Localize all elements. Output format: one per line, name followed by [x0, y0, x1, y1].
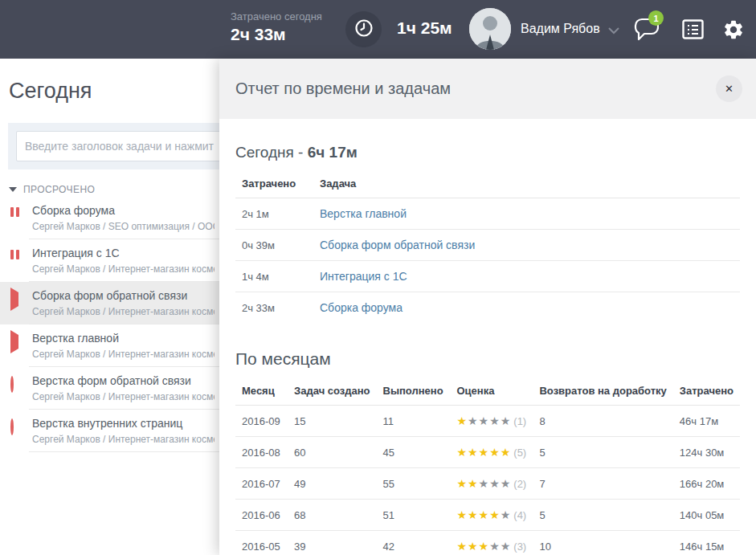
col-header-spent: Затрачено [673, 377, 740, 406]
done-cell: 55 [377, 468, 451, 500]
rating-count: (4) [513, 509, 526, 521]
month-cell: 2016-05 [235, 531, 288, 555]
chevron-down-icon [608, 23, 619, 38]
play-icon[interactable] [10, 335, 22, 345]
rating-cell: ★★★★★(1) [450, 406, 533, 437]
col-header-returns: Возвратов на доработку [533, 377, 672, 406]
table-row: 2016-05 39 42 ★★★★★(3) 10 146ч 15м [235, 531, 740, 555]
returns-cell: 8 [533, 406, 672, 437]
rating-cell: ★★★★★(3) [450, 531, 533, 555]
reports-button[interactable] [682, 19, 704, 43]
month-cell: 2016-08 [235, 437, 288, 468]
task-subtitle: Сергей Марков / Интернет-магазин космети… [32, 391, 215, 402]
avatar [469, 8, 511, 50]
created-cell: 39 [288, 531, 376, 555]
col-header-rating: Оценка [450, 377, 533, 406]
timer-button[interactable] [345, 11, 382, 47]
spent-cell: 0ч 39м [235, 230, 313, 261]
task-row-selected[interactable]: Сборка форм обратной связи Сергей Марков… [0, 282, 219, 324]
rating-cell: ★★★★★(4) [450, 500, 533, 531]
task-title: Сборка форм обратной связи [32, 289, 215, 302]
task-subtitle: Сергей Марков / Интернет-магазин космети… [32, 263, 215, 275]
star-rating: ★★★★★ [456, 540, 511, 553]
created-cell: 60 [288, 437, 376, 468]
collapse-triangle-icon [9, 187, 17, 192]
table-row: 0ч 39м Сборка форм обратной связи [235, 230, 740, 261]
col-header-spent: Затрачено [235, 169, 313, 198]
table-row: 2016-07 49 55 ★★★★★(2) 7 166ч 20м [235, 468, 740, 500]
rating-cell: ★★★★★(5) [450, 437, 533, 468]
group-label: ПРОСРОЧЕНО [23, 184, 95, 195]
user-name: Вадим Рябов [521, 22, 600, 36]
month-cell: 2016-09 [235, 406, 288, 437]
task-row[interactable]: Сборка форума Сергей Марков / SEO оптими… [0, 197, 219, 239]
close-button[interactable]: ✕ [716, 75, 742, 102]
gear-icon [722, 30, 745, 43]
done-cell: 45 [377, 437, 451, 468]
task-link[interactable]: Сборка форума [320, 301, 403, 314]
messages-badge: 1 [648, 10, 664, 26]
task-title: Верстка внутренних страниц [32, 417, 215, 430]
spent-today-block: Затрачено сегодня 2ч 33м [231, 10, 322, 44]
pause-icon[interactable] [10, 250, 22, 260]
settings-button[interactable] [722, 18, 745, 44]
add-task-box [8, 123, 219, 169]
user-menu[interactable]: Вадим Рябов [469, 8, 619, 50]
rating-count: (1) [513, 415, 526, 427]
task-link[interactable]: Верстка главной [320, 207, 407, 220]
star-rating: ★★★★★ [456, 477, 511, 490]
done-cell: 42 [377, 531, 451, 555]
returns-cell: 7 [533, 468, 672, 500]
task-list: Сборка форума Сергей Марков / SEO оптими… [0, 197, 219, 452]
today-table: Затрачено Задача 2ч 1м Верстка главной 0… [235, 169, 740, 323]
task-title: Верстка форм обратной связи [32, 374, 215, 387]
month-cell: 2016-07 [235, 468, 288, 500]
play-icon[interactable] [10, 292, 22, 303]
monthly-heading: По месяцам [235, 349, 740, 369]
star-rating: ★★★★★ [456, 446, 511, 459]
rating-count: (2) [513, 478, 526, 490]
topbar: Затрачено сегодня 2ч 33м 1ч 25м [0, 0, 756, 59]
clock-icon [354, 18, 374, 41]
done-cell: 51 [377, 500, 451, 531]
active-timer-value: 1ч 25м [397, 18, 452, 38]
report-list-icon [682, 28, 704, 42]
table-row: 2ч 1м Верстка главной [235, 198, 740, 230]
open-circle-icon[interactable] [10, 377, 22, 388]
pause-icon[interactable] [10, 207, 22, 218]
task-row[interactable]: Интеграция с 1С Сергей Марков / Интернет… [0, 239, 219, 282]
messages-button[interactable]: 1 [633, 18, 659, 45]
task-subtitle: Сергей Марков / Интернет-магазин космети… [32, 306, 215, 317]
table-row: 2ч 33м Сборка форума [235, 292, 740, 324]
col-header-done: Выполнено [377, 377, 451, 406]
monthly-table: Месяц Задач создано Выполнено Оценка Воз… [235, 377, 740, 555]
task-link[interactable]: Интеграция с 1С [320, 270, 407, 283]
task-subtitle: Сергей Марков / SEO оптимизация / ООО Ст [32, 221, 215, 232]
new-task-input[interactable] [16, 131, 219, 161]
spent-cell: 2ч 1м [235, 198, 313, 230]
today-total-heading: Сегодня - 6ч 17м [235, 144, 740, 161]
task-title: Верстка главной [32, 332, 215, 345]
col-header-created: Задач создано [288, 377, 376, 406]
task-row[interactable]: Верстка форм обратной связи Сергей Марко… [0, 367, 219, 410]
group-header-overdue[interactable]: ПРОСРОЧЕНО [9, 184, 95, 195]
rating-count: (3) [513, 541, 526, 553]
chat-bubble-icon [633, 31, 659, 44]
task-row[interactable]: Верстка внутренних страниц Сергей Марков… [0, 410, 219, 452]
report-panel-header: Отчет по времени и задачам ✕ [219, 59, 756, 119]
spent-cell: 124ч 30м [673, 437, 740, 468]
created-cell: 49 [288, 468, 376, 500]
col-header-task: Задача [313, 169, 740, 198]
report-panel-title: Отчет по времени и задачам [235, 80, 451, 98]
spent-cell: 46ч 17м [673, 406, 740, 437]
task-subtitle: Сергей Марков / Интернет-магазин космети… [32, 349, 215, 360]
open-circle-icon[interactable] [10, 420, 22, 431]
task-link[interactable]: Сборка форм обратной связи [320, 239, 475, 251]
rating-cell: ★★★★★(2) [450, 468, 533, 500]
app-root: Затрачено сегодня 2ч 33м 1ч 25м [0, 0, 756, 555]
table-row: 2016-08 60 45 ★★★★★(5) 5 124ч 30м [235, 437, 740, 468]
returns-cell: 10 [533, 531, 672, 555]
report-panel-body: Сегодня - 6ч 17м Затрачено Задача 2ч 1м … [219, 144, 756, 555]
task-row[interactable]: Верстка главной Сергей Марков / Интернет… [0, 324, 219, 367]
col-header-month: Месяц [235, 377, 288, 406]
